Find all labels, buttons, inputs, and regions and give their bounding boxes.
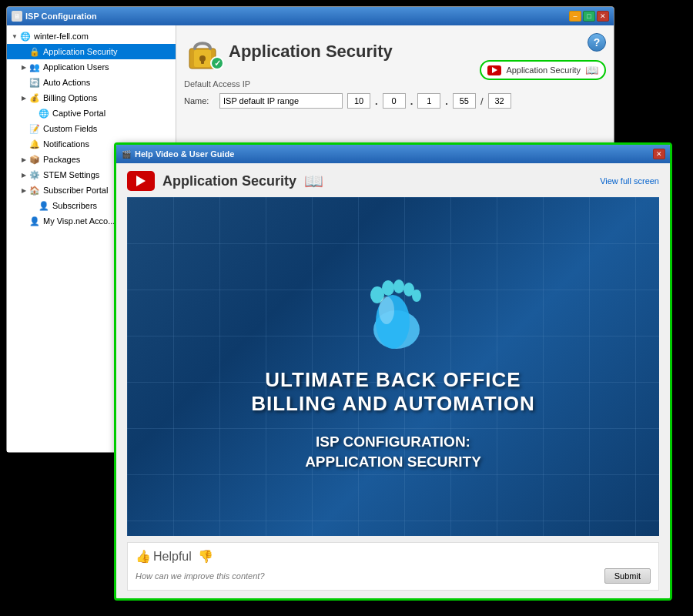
video-line4: APPLICATION SECURITY [305, 454, 481, 470]
ip-dot-2: . [410, 95, 413, 107]
sidebar-label-custom-fields: Custom Fields [43, 124, 97, 133]
feedback-row: 👍 Helpful 👎 [136, 549, 651, 564]
sidebar-label-application-security: Application Security [43, 47, 118, 56]
notifications-icon: 🔔 [28, 138, 41, 150]
sidebar-label-captive-portal: Captive Portal [52, 109, 105, 118]
captive-portal-icon: 🌐 [38, 107, 50, 119]
expand-icon: ▶ [19, 186, 28, 195]
thumbs-down-button[interactable]: 👎 [198, 549, 213, 564]
video-line3: ISP CONFIGURATION: [316, 434, 470, 450]
sidebar-label-subscriber-portal: Subscriber Portal [43, 186, 108, 195]
submit-button[interactable]: Submit [604, 568, 651, 584]
help-book-icon: 📖 [304, 172, 323, 190]
main-title-bar: 🖥 ISP Configuration – □ ✕ [7, 7, 614, 25]
help-bubble[interactable]: Application Security 📖 [480, 60, 606, 80]
ip2-input[interactable] [383, 93, 406, 109]
help-button[interactable]: ? [588, 33, 606, 52]
help-header-left: Application Security 📖 [127, 171, 323, 191]
svg-point-10 [412, 290, 421, 302]
sidebar-item-billing-options[interactable]: ▶ 💰 Billing Options [7, 90, 176, 105]
sidebar-item-root[interactable]: ▼ 🌐 winter-fell.com [7, 28, 176, 44]
my-visp-icon: 👤 [28, 215, 41, 227]
stem-settings-icon: ⚙️ [28, 169, 41, 181]
window-icon: 🖥 [12, 11, 22, 22]
maximize-button[interactable]: □ [583, 11, 595, 22]
thumbs-up-button[interactable]: 👍 Helpful [136, 549, 192, 564]
auto-actions-icon: 🔄 [28, 76, 41, 89]
ip4-input[interactable] [453, 93, 476, 109]
help-bubble-text: Application Security [506, 65, 581, 75]
view-full-screen-link[interactable]: View full screen [600, 176, 659, 186]
sidebar-item-auto-actions[interactable]: 🔄 Auto Actions [7, 75, 176, 90]
help-close-button[interactable]: ✕ [653, 149, 665, 159]
feedback-bottom: Submit [136, 568, 651, 584]
sidebar-item-application-security[interactable]: 🔒 Application Security [7, 44, 176, 59]
expand-icon [28, 109, 38, 118]
expand-icon: ▶ [19, 93, 28, 102]
feedback-section: 👍 Helpful 👎 Submit [127, 542, 659, 591]
ip-dot-1: . [375, 95, 378, 107]
title-bar-left: 🖥 ISP Configuration [12, 11, 97, 22]
ip1-input[interactable] [347, 93, 370, 109]
video-text-sub: ISP CONFIGURATION: APPLICATION SECURITY [305, 432, 481, 473]
security-icon: 🔒 [28, 45, 41, 58]
expand-icon: ▼ [10, 32, 19, 41]
sidebar-label-billing-options: Billing Options [43, 93, 97, 102]
youtube-icon-small [487, 65, 501, 75]
lock-icon-large: ✓ [184, 33, 221, 70]
expand-icon: ▶ [19, 155, 28, 164]
content-title-area: ✓ Application Security [184, 33, 393, 70]
check-circle-icon: ✓ [210, 56, 224, 70]
sidebar-item-application-users[interactable]: ▶ 👥 Application Users [7, 59, 176, 75]
name-input[interactable] [219, 93, 343, 109]
video-content: ULTIMATE BACK OFFICE BILLING AND AUTOMAT… [251, 260, 535, 473]
sidebar-item-captive-portal[interactable]: 🌐 Captive Portal [7, 105, 176, 121]
section-title: Default Access IP [184, 79, 606, 89]
thumbs-up-icon: 👍 [136, 549, 151, 564]
thumbs-down-icon: 👎 [198, 549, 213, 564]
expand-icon [19, 78, 28, 87]
expand-icon [19, 139, 28, 149]
sidebar-label-auto-actions: Auto Actions [43, 78, 90, 87]
minimize-button[interactable]: – [569, 11, 581, 22]
youtube-icon-medium [127, 171, 155, 191]
ip-dot-3: . [445, 95, 448, 107]
svg-point-11 [379, 296, 394, 324]
sidebar-label-notifications: Notifications [43, 139, 89, 149]
help-header: Application Security 📖 View full screen [127, 171, 659, 191]
users-icon: 👥 [28, 61, 41, 73]
sidebar-label-packages: Packages [43, 155, 80, 164]
book-icon: 📖 [585, 64, 598, 76]
helpful-label: Helpful [153, 550, 192, 564]
video-container[interactable]: ULTIMATE BACK OFFICE BILLING AND AUTOMAT… [127, 197, 659, 536]
sidebar-label-stem-settings: STEM Settings [43, 170, 99, 179]
sidebar-item-custom-fields[interactable]: 📝 Custom Fields [7, 121, 176, 136]
expand-icon [19, 47, 28, 56]
close-button[interactable]: ✕ [597, 11, 609, 22]
form-row: Name: . . . / [184, 93, 606, 109]
cidr-input[interactable] [488, 93, 511, 109]
ip3-input[interactable] [417, 93, 440, 109]
help-window-icon: 🎬 [121, 149, 132, 159]
svg-point-7 [382, 280, 394, 296]
visp-logo [354, 260, 431, 353]
help-window-title: Help Video & User Guide [135, 149, 234, 159]
help-video-title: Application Security [162, 173, 296, 189]
packages-icon: 📦 [28, 153, 41, 166]
sidebar-label-subscribers: Subscribers [52, 201, 97, 210]
help-video-window: 🎬 Help Video & User Guide ✕ Application … [114, 142, 672, 601]
svg-point-8 [393, 280, 404, 293]
sidebar-label-application-users: Application Users [43, 62, 109, 72]
video-line2: BILLING AND AUTOMATION [251, 392, 535, 415]
expand-icon [19, 216, 28, 226]
help-body: Application Security 📖 View full screen [116, 163, 670, 598]
expand-icon: ▶ [19, 62, 28, 72]
svg-rect-3 [201, 59, 204, 64]
subscribers-icon: 👤 [38, 199, 50, 212]
name-label: Name: [184, 96, 215, 105]
title-bar-controls: – □ ✕ [569, 11, 609, 22]
feedback-input[interactable] [136, 571, 604, 581]
subscriber-portal-icon: 🏠 [28, 184, 41, 196]
sidebar-label-my-visp: My Visp.net Acco... [43, 216, 115, 226]
billing-icon: 💰 [28, 92, 41, 104]
